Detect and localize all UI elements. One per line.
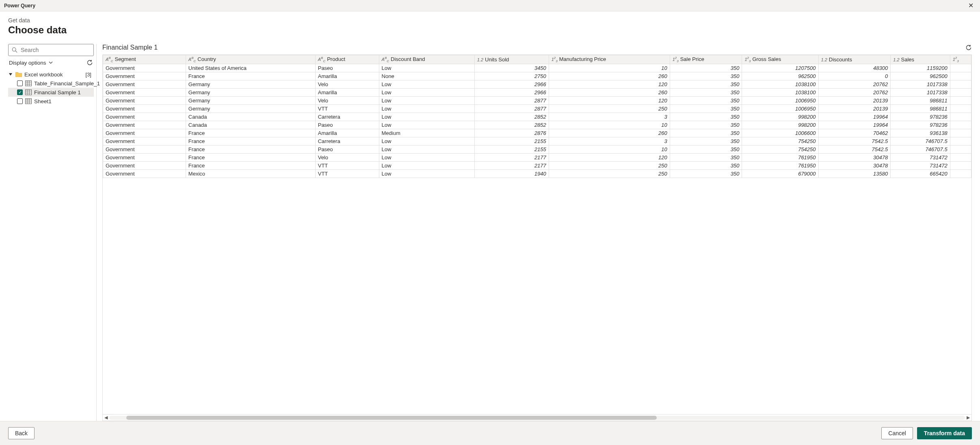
caret-down-icon[interactable] — [9, 73, 13, 76]
column-header[interactable]: 123Manufacturing Price — [549, 55, 670, 64]
table-cell[interactable]: Government — [103, 97, 186, 105]
table-cell[interactable]: Low — [379, 145, 474, 154]
table-cell[interactable]: 350 — [670, 64, 742, 72]
table-cell[interactable]: 754250 — [742, 137, 818, 145]
table-cell[interactable]: 1017338 — [891, 89, 950, 97]
table-cell[interactable]: 761950 — [742, 154, 818, 162]
table-cell[interactable]: 0 — [818, 72, 891, 80]
table-cell[interactable]: Low — [379, 97, 474, 105]
table-row[interactable]: GovernmentGermanyVeloLow2966120350103810… — [103, 80, 971, 89]
table-cell[interactable]: Mexico — [186, 170, 315, 178]
table-cell[interactable]: Government — [103, 145, 186, 154]
table-cell[interactable] — [950, 80, 971, 89]
table-cell[interactable]: VTT — [315, 105, 379, 113]
table-cell[interactable] — [950, 129, 971, 137]
table-cell[interactable]: 2852 — [474, 121, 549, 129]
table-row[interactable]: GovernmentCanadaPaseoLow2852103509982001… — [103, 121, 971, 129]
table-cell[interactable]: 10 — [549, 121, 670, 129]
table-cell[interactable] — [950, 162, 971, 170]
table-cell[interactable]: 986811 — [891, 105, 950, 113]
table-cell[interactable]: 350 — [670, 113, 742, 121]
table-cell[interactable]: United States of America — [186, 64, 315, 72]
table-cell[interactable]: 250 — [549, 105, 670, 113]
table-cell[interactable] — [950, 97, 971, 105]
table-cell[interactable]: VTT — [315, 170, 379, 178]
search-input-wrapper[interactable] — [8, 44, 94, 56]
refresh-icon[interactable] — [87, 59, 93, 66]
table-cell[interactable]: 2877 — [474, 105, 549, 113]
table-cell[interactable]: 1940 — [474, 170, 549, 178]
table-cell[interactable]: Government — [103, 89, 186, 97]
table-cell[interactable]: Velo — [315, 154, 379, 162]
refresh-preview-icon[interactable] — [965, 44, 972, 51]
table-cell[interactable]: 2966 — [474, 89, 549, 97]
table-cell[interactable]: Government — [103, 170, 186, 178]
table-cell[interactable]: Government — [103, 137, 186, 145]
column-header[interactable]: 123Sale Price — [670, 55, 742, 64]
table-cell[interactable]: 962500 — [742, 72, 818, 80]
checkbox[interactable] — [17, 80, 23, 86]
table-cell[interactable]: 260 — [549, 72, 670, 80]
table-cell[interactable]: 250 — [549, 170, 670, 178]
scroll-left-icon[interactable]: ◀ — [103, 415, 109, 420]
table-cell[interactable]: 19964 — [818, 113, 891, 121]
table-cell[interactable] — [950, 72, 971, 80]
table-row[interactable]: GovernmentFranceAmarillaNone275026035096… — [103, 72, 971, 80]
table-cell[interactable]: 350 — [670, 170, 742, 178]
tree-item[interactable]: Table_Financial_Sample_1 — [8, 79, 94, 88]
table-cell[interactable]: Low — [379, 154, 474, 162]
table-cell[interactable]: Amarilla — [315, 72, 379, 80]
table-cell[interactable]: France — [186, 129, 315, 137]
table-cell[interactable]: 260 — [549, 129, 670, 137]
display-options-dropdown[interactable]: Display options — [9, 60, 53, 66]
table-cell[interactable]: Paseo — [315, 145, 379, 154]
table-cell[interactable]: 962500 — [891, 72, 950, 80]
table-row[interactable]: GovernmentFranceAmarillaMedium2876260350… — [103, 129, 971, 137]
horizontal-scrollbar[interactable]: ◀ ▶ — [103, 414, 971, 421]
table-cell[interactable]: France — [186, 154, 315, 162]
table-cell[interactable]: Government — [103, 154, 186, 162]
table-cell[interactable]: 998200 — [742, 113, 818, 121]
table-cell[interactable]: Low — [379, 113, 474, 121]
table-cell[interactable]: Government — [103, 121, 186, 129]
table-cell[interactable]: Germany — [186, 105, 315, 113]
column-header[interactable]: 123 — [950, 55, 971, 64]
checkbox[interactable] — [17, 98, 23, 104]
column-header[interactable]: 123Gross Sales — [742, 55, 818, 64]
table-cell[interactable]: Government — [103, 72, 186, 80]
table-cell[interactable]: 1038100 — [742, 80, 818, 89]
table-cell[interactable]: 48300 — [818, 64, 891, 72]
table-cell[interactable]: Government — [103, 80, 186, 89]
table-cell[interactable]: 2966 — [474, 80, 549, 89]
table-cell[interactable]: 978236 — [891, 113, 950, 121]
table-cell[interactable]: Low — [379, 80, 474, 89]
table-cell[interactable]: 19964 — [818, 121, 891, 129]
table-cell[interactable] — [950, 170, 971, 178]
table-cell[interactable]: 665420 — [891, 170, 950, 178]
table-cell[interactable]: 1159200 — [891, 64, 950, 72]
table-cell[interactable] — [950, 89, 971, 97]
table-cell[interactable]: 2155 — [474, 137, 549, 145]
table-cell[interactable]: 350 — [670, 137, 742, 145]
table-cell[interactable]: 13580 — [818, 170, 891, 178]
table-cell[interactable]: 20139 — [818, 105, 891, 113]
table-cell[interactable]: Paseo — [315, 121, 379, 129]
table-row[interactable]: GovernmentFranceCarreteraLow215533507542… — [103, 137, 971, 145]
table-cell[interactable]: 2177 — [474, 162, 549, 170]
grid-scroll[interactable]: ABCSegmentABCCountryABCProductABCDiscoun… — [103, 55, 971, 414]
table-row[interactable]: GovernmentMexicoVTTLow194025035067900013… — [103, 170, 971, 178]
table-row[interactable]: GovernmentFranceVTTLow217725035076195030… — [103, 162, 971, 170]
table-cell[interactable]: 120 — [549, 80, 670, 89]
tree-item[interactable]: Financial Sample 1 — [8, 88, 94, 97]
table-cell[interactable]: 761950 — [742, 162, 818, 170]
table-cell[interactable]: 3 — [549, 137, 670, 145]
search-input[interactable] — [20, 46, 93, 54]
table-cell[interactable]: 350 — [670, 80, 742, 89]
table-cell[interactable]: Medium — [379, 129, 474, 137]
table-cell[interactable]: Government — [103, 105, 186, 113]
table-cell[interactable]: 350 — [670, 89, 742, 97]
table-cell[interactable]: 20762 — [818, 80, 891, 89]
table-cell[interactable]: 260 — [549, 89, 670, 97]
column-header[interactable]: ABCSegment — [103, 55, 186, 64]
table-cell[interactable]: 7542.5 — [818, 137, 891, 145]
